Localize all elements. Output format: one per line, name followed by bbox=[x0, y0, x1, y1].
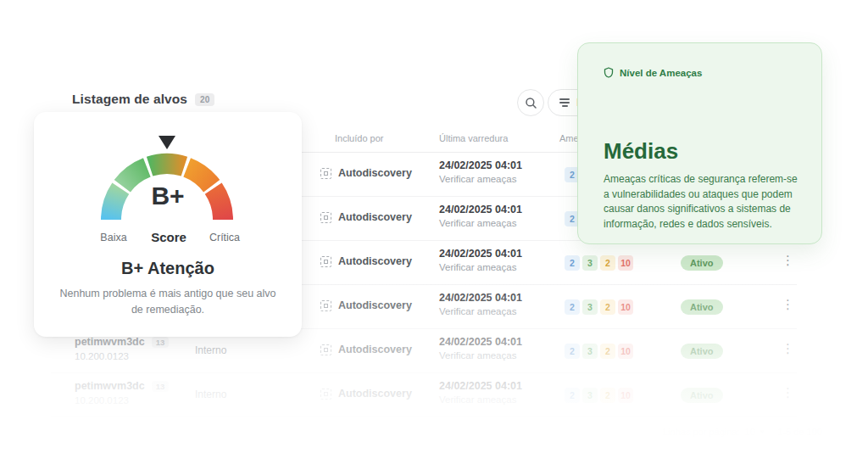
threat-badge-medium: 3 bbox=[582, 388, 598, 403]
scan-action-label: Verificar ameaças bbox=[439, 218, 522, 228]
included-by-cell: Autodiscovery bbox=[320, 167, 412, 179]
included-by-cell: Autodiscovery bbox=[320, 388, 412, 400]
target-name-cell: petimwvm3dc 13 10.200.0123 bbox=[75, 380, 169, 405]
target-name: petimwvm3dc bbox=[75, 336, 145, 348]
target-count-badge: 13 bbox=[152, 381, 170, 392]
threat-badge-critical: 10 bbox=[618, 255, 633, 271]
included-by-label: Autodiscovery bbox=[338, 211, 412, 223]
last-scan-date: 24/02/2025 04:01 bbox=[439, 336, 522, 348]
score-gauge-card: B+ Baixa Score Crítica B+ Atenção Nenhum… bbox=[34, 112, 302, 337]
threat-badges: 2 3 2 10 bbox=[565, 388, 633, 403]
threat-badge-critical: 10 bbox=[618, 299, 633, 315]
threat-badge-medium: 3 bbox=[582, 344, 598, 359]
threat-badges: 2 3 2 10 bbox=[565, 255, 633, 271]
included-by-label: Autodiscovery bbox=[338, 167, 412, 179]
threat-level-title: Médias bbox=[604, 138, 678, 165]
threat-badge-high: 2 bbox=[600, 388, 615, 403]
header-last-scan: Última varredura bbox=[439, 133, 508, 143]
threat-badges: 2 3 2 10 bbox=[565, 299, 633, 315]
last-scan-date: 24/02/2025 04:01 bbox=[439, 204, 522, 215]
scale-label-score: Score bbox=[139, 230, 198, 244]
autodiscovery-icon bbox=[320, 212, 331, 223]
threat-badge-critical: 10 bbox=[618, 344, 633, 359]
last-scan-cell: 24/02/2025 04:01 Verificar ameaças bbox=[439, 336, 522, 361]
score-description: Nenhum problema é mais antigo que seu al… bbox=[58, 286, 278, 317]
score-value: B+ bbox=[34, 182, 302, 210]
threat-badge-low: 2 bbox=[565, 344, 580, 359]
threat-badge-medium: 3 bbox=[582, 299, 598, 315]
autodiscovery-icon bbox=[320, 389, 331, 400]
row-menu-button[interactable]: ⋮ bbox=[780, 341, 797, 356]
target-ip: 10.200.0123 bbox=[75, 395, 169, 405]
included-by-label: Autodiscovery bbox=[338, 344, 412, 355]
threat-badge-high: 2 bbox=[600, 299, 615, 315]
scale-label-critical: Crítica bbox=[195, 232, 254, 243]
last-scan-cell: 24/02/2025 04:01 Verificar ameaças bbox=[439, 380, 522, 405]
rows-per-page-value: 10 bbox=[745, 427, 755, 437]
popover-header-label: Nível de Ameaças bbox=[620, 68, 702, 78]
target-name-cell: petimwvm3dc 13 10.200.0123 bbox=[75, 336, 169, 361]
status-badge: Ativo bbox=[681, 299, 723, 315]
included-by-cell: Autodiscovery bbox=[320, 344, 412, 355]
status-cell: Ativo bbox=[681, 254, 723, 270]
scale-label-low: Baixa bbox=[84, 232, 143, 243]
row-menu-button[interactable]: ⋮ bbox=[780, 297, 797, 312]
targets-count-badge: 20 bbox=[195, 93, 214, 106]
row-menu-button[interactable]: ⋮ bbox=[780, 253, 797, 268]
included-by-label: Autodiscovery bbox=[338, 388, 412, 400]
shield-icon bbox=[604, 67, 614, 78]
target-ip: 10.200.0123 bbox=[75, 351, 169, 361]
scan-action-label: Verificar ameaças bbox=[439, 350, 522, 361]
threat-badge-high: 2 bbox=[600, 255, 615, 271]
included-by-cell: Autodiscovery bbox=[320, 255, 412, 267]
pagination: Linhas por página: 10 ▾ 1-5 de 100 bbox=[663, 427, 822, 437]
page-header: Listagem de alvos 20 bbox=[72, 92, 214, 107]
gauge-pointer-icon bbox=[159, 136, 175, 149]
target-count-badge: 13 bbox=[152, 337, 170, 348]
last-scan-date: 24/02/2025 04:01 bbox=[439, 292, 522, 304]
popover-header: Nível de Ameaças bbox=[604, 67, 702, 78]
target-type: Interno bbox=[195, 389, 226, 400]
last-scan-date: 24/02/2025 04:01 bbox=[439, 159, 522, 171]
threat-badge-low: 2 bbox=[565, 299, 580, 315]
threat-badge-low: 2 bbox=[565, 255, 580, 271]
search-button[interactable] bbox=[517, 89, 544, 116]
threat-badge-critical: 10 bbox=[618, 388, 633, 403]
autodiscovery-icon bbox=[320, 344, 331, 355]
header-included-by: Incluído por bbox=[335, 133, 383, 143]
status-badge: Ativo bbox=[681, 388, 723, 403]
scan-action-label: Verificar ameaças bbox=[439, 174, 522, 184]
page: Listagem de alvos 20 Filtros Incluído po… bbox=[0, 0, 868, 453]
threat-badges: 2 3 2 10 bbox=[565, 344, 633, 359]
pagination-range: 1-5 de 100 bbox=[777, 427, 822, 437]
included-by-label: Autodiscovery bbox=[338, 299, 412, 311]
last-scan-cell: 24/02/2025 04:01 Verificar ameaças bbox=[439, 204, 522, 228]
scan-action-label: Verificar ameaças bbox=[439, 394, 522, 405]
included-by-label: Autodiscovery bbox=[338, 255, 412, 267]
target-name: petimwvm3dc bbox=[75, 380, 145, 392]
rows-per-page[interactable]: Linhas por página: 10 ▾ bbox=[663, 427, 764, 437]
status-cell: Ativo bbox=[681, 387, 723, 402]
row-menu-button[interactable]: ⋮ bbox=[780, 385, 797, 400]
score-status-title: B+ Atenção bbox=[34, 259, 302, 278]
last-scan-date: 24/02/2025 04:01 bbox=[439, 248, 522, 260]
autodiscovery-icon bbox=[320, 256, 331, 267]
last-scan-cell: 24/02/2025 04:01 Verificar ameaças bbox=[439, 248, 522, 272]
rows-per-page-label: Linhas por página: bbox=[663, 427, 740, 437]
page-title: Listagem de alvos bbox=[72, 92, 187, 107]
status-cell: Ativo bbox=[681, 343, 723, 358]
included-by-cell: Autodiscovery bbox=[320, 211, 412, 223]
status-cell: Ativo bbox=[681, 299, 723, 314]
table-row[interactable]: petimwvm3dc 13 10.200.0123 Interno Autod… bbox=[51, 373, 797, 417]
last-scan-cell: 24/02/2025 04:01 Verificar ameaças bbox=[439, 159, 522, 184]
last-scan-cell: 24/02/2025 04:01 Verificar ameaças bbox=[439, 292, 522, 316]
scan-action-label: Verificar ameaças bbox=[439, 306, 522, 316]
scan-action-label: Verificar ameaças bbox=[439, 262, 522, 272]
threat-level-description: Ameaças críticas de segurança referem-se… bbox=[604, 172, 801, 232]
threat-level-popover: Nível de Ameaças Médias Ameaças críticas… bbox=[577, 42, 822, 244]
status-badge: Ativo bbox=[681, 344, 723, 359]
autodiscovery-icon bbox=[320, 300, 331, 311]
chevron-down-icon: ▾ bbox=[760, 428, 765, 436]
threat-badge-low: 2 bbox=[565, 388, 580, 403]
threat-badge-high: 2 bbox=[600, 344, 615, 359]
